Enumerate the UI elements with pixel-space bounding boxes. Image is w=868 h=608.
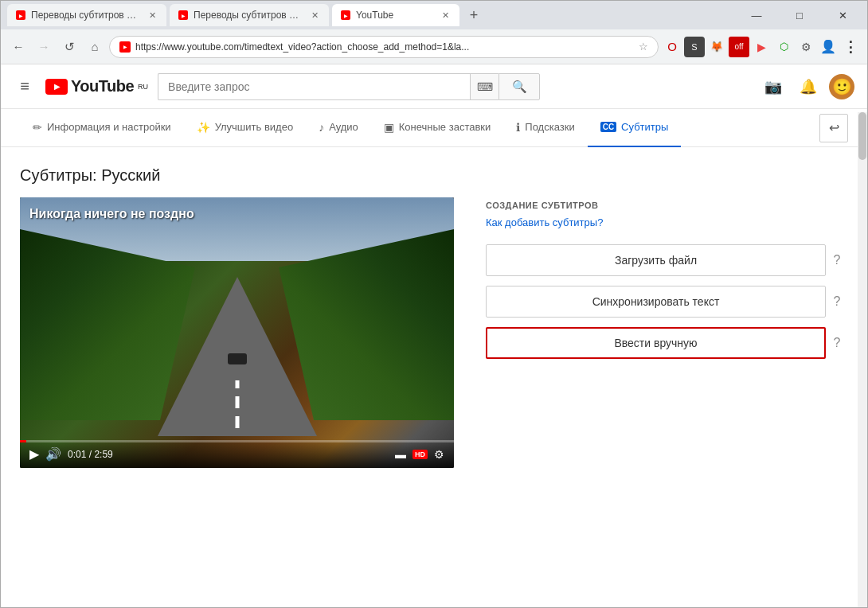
youtube-logo-icon — [45, 79, 68, 95]
settings-button[interactable]: ⚙ — [434, 448, 444, 461]
studio-tabs: ✏ Информация и настройки ✨ Улучшить виде… — [1, 109, 867, 147]
how-to-link[interactable]: Как добавить субтитры? — [486, 216, 848, 228]
subtitles-toggle-button[interactable]: ▬ — [395, 448, 406, 461]
ext-icon-2[interactable]: 🦊 — [706, 37, 727, 57]
progress-bar[interactable] — [20, 440, 454, 442]
browser-body: ≡ YouTubeRU ⌨ 🔍 📷 🔔 🙂 — [1, 64, 867, 607]
minimize-button[interactable]: — — [738, 3, 775, 27]
volume-button[interactable]: 🔊 — [45, 446, 61, 462]
ext-icon-6[interactable]: ⚙ — [796, 37, 816, 57]
tab-cards[interactable]: ℹ Подсказки — [503, 109, 587, 147]
upload-help-button[interactable]: ? — [826, 249, 848, 271]
play-button[interactable]: ▶ — [29, 446, 39, 462]
window-controls: — □ ✕ — [738, 3, 861, 27]
ext-icon-3[interactable]: off — [729, 37, 749, 57]
time-display: 0:01 / 2:59 — [68, 449, 113, 460]
scrollbar-thumb[interactable] — [858, 112, 866, 160]
cc-icon: CC — [600, 122, 616, 132]
tab-3[interactable]: YouTube ✕ — [332, 4, 459, 26]
tab-subtitles[interactable]: CC Субтитры — [588, 109, 682, 147]
bookmark-star-icon[interactable]: ☆ — [639, 41, 648, 53]
title-bar: Переводы субтитров и метада... ✕ Перевод… — [1, 1, 867, 29]
tab-2-title: Переводы субтитров и метада... — [194, 10, 303, 21]
upload-button[interactable]: 📷 — [759, 72, 788, 101]
youtube-logo-text: YouTube — [71, 77, 134, 95]
notifications-button[interactable]: 🔔 — [794, 72, 823, 101]
video-background — [20, 197, 454, 468]
tab-improve-video[interactable]: ✨ Улучшить видео — [184, 109, 307, 147]
video-title-overlay: Никогда ничего не поздно — [29, 207, 194, 221]
more-menu-button[interactable]: ⋮ — [840, 37, 861, 57]
search-input[interactable] — [158, 73, 470, 100]
nav-bar: ← → ↺ ⌂ https://www.youtube.com/timedtex… — [1, 29, 867, 64]
progress-fill — [20, 440, 26, 442]
search-bar: ⌨ 🔍 — [158, 73, 540, 100]
tab-endscreen[interactable]: ▣ Конечные заставки — [371, 109, 504, 147]
address-favicon — [119, 41, 131, 53]
tab-cards-label: Подсказки — [525, 121, 574, 133]
endscreen-icon: ▣ — [384, 121, 394, 134]
hamburger-menu-button[interactable]: ≡ — [14, 76, 36, 98]
maximize-button[interactable]: □ — [781, 3, 818, 27]
back-button[interactable]: ← — [7, 36, 29, 58]
car — [228, 353, 247, 364]
youtube-logo[interactable]: YouTubeRU — [45, 77, 148, 95]
keyboard-icon[interactable]: ⌨ — [470, 73, 499, 100]
ext-icon-5[interactable]: ⬡ — [773, 37, 794, 57]
tab-3-close[interactable]: ✕ — [439, 9, 452, 21]
tab-audio-label: Аудио — [329, 121, 358, 133]
video-player[interactable]: Никогда ничего не поздно ▶ 🔊 0:01 / — [20, 197, 454, 468]
ext-icon-4[interactable]: ▶ — [751, 37, 772, 57]
subtitles-creation-panel: СОЗДАНИЕ СУБТИТРОВ Как добавить субтитры… — [486, 197, 848, 607]
tab-2-favicon — [178, 10, 189, 21]
manual-help-button[interactable]: ? — [826, 332, 848, 354]
address-text: https://www.youtube.com/timedtext_video?… — [135, 41, 634, 53]
browser-window: Переводы субтитров и метада... ✕ Перевод… — [0, 0, 868, 608]
tab-3-yt-icon — [341, 10, 350, 20]
address-bar[interactable]: https://www.youtube.com/timedtext_video?… — [109, 36, 659, 58]
extensions-area: O S 🦊 off ▶ ⬡ ⚙ 👤 ⋮ — [662, 37, 861, 57]
hd-badge: HD — [412, 450, 428, 459]
home-button[interactable]: ⌂ — [84, 36, 106, 58]
tab-1[interactable]: Переводы субтитров и метада... ✕ — [7, 4, 166, 26]
section-title: СОЗДАНИЕ СУБТИТРОВ — [486, 201, 848, 210]
sync-text-button[interactable]: Синхронизировать текст — [486, 286, 826, 318]
tab-audio[interactable]: ♪ Аудио — [306, 109, 371, 147]
header-right: 📷 🔔 🙂 — [759, 72, 854, 101]
ext-icon-1[interactable]: S — [684, 37, 705, 57]
sparkle-icon: ✨ — [197, 121, 210, 134]
total-time: 2:59 — [94, 449, 112, 460]
sync-help-button[interactable]: ? — [826, 290, 848, 313]
music-icon: ♪ — [319, 121, 324, 134]
manual-entry-option: Ввести вручную ? — [486, 327, 848, 359]
tab-info-label: Информация и настройки — [47, 121, 171, 133]
sync-text-option: Синхронизировать текст ? — [486, 286, 848, 318]
upload-file-option: Загрузить файл ? — [486, 244, 848, 276]
video-panel: Никогда ничего не поздно ▶ 🔊 0:01 / — [20, 197, 454, 607]
manual-entry-button[interactable]: Ввести вручную — [486, 327, 826, 359]
back-to-studio-button[interactable]: ↩ — [819, 114, 848, 142]
tab-2-close[interactable]: ✕ — [308, 9, 321, 21]
tab-subtitles-label: Субтитры — [621, 121, 668, 133]
new-tab-button[interactable]: + — [463, 4, 485, 26]
info-icon: ℹ — [516, 121, 520, 134]
profile-icon[interactable]: 👤 — [818, 37, 839, 57]
forward-button[interactable]: → — [33, 36, 55, 58]
tab-1-title: Переводы субтитров и метада... — [31, 10, 141, 21]
pencil-icon: ✏ — [33, 121, 42, 134]
search-button[interactable]: 🔍 — [499, 73, 540, 100]
opera-icon[interactable]: O — [662, 37, 682, 57]
tab-1-close[interactable]: ✕ — [146, 9, 158, 21]
tab-info-settings[interactable]: ✏ Информация и настройки — [20, 109, 184, 147]
tab-2[interactable]: Переводы субтитров и метада... ✕ — [170, 4, 329, 26]
user-avatar[interactable]: 🙂 — [829, 74, 854, 99]
tab-3-favicon — [340, 10, 351, 21]
scrollbar-track[interactable] — [858, 112, 867, 607]
close-button[interactable]: ✕ — [824, 3, 861, 27]
current-time: 0:01 — [68, 449, 86, 460]
content-area: Никогда ничего не поздно ▶ 🔊 0:01 / — [1, 197, 867, 607]
tab-1-yt-icon — [16, 10, 25, 20]
refresh-button[interactable]: ↺ — [58, 36, 80, 58]
main-content: Субтитры: Русский — [1, 147, 867, 607]
upload-file-button[interactable]: Загрузить файл — [486, 244, 826, 276]
